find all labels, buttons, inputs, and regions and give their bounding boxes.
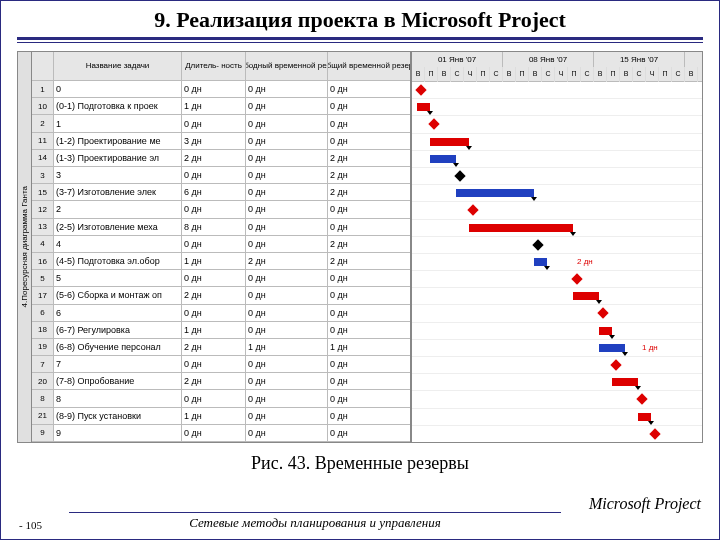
cell-duration[interactable]: 2 дн (182, 287, 246, 303)
table-row[interactable]: 11(1-2) Проектирование ме3 дн0 дн0 дн (32, 133, 410, 150)
cell-name[interactable]: 6 (54, 305, 182, 321)
gantt-chart[interactable]: 01 Янв '0708 Янв '0715 Янв '07 ВПВСЧПСВП… (412, 52, 702, 442)
table-row[interactable]: 18(6-7) Регулировка1 дн0 дн0 дн (32, 322, 410, 339)
cell-duration[interactable]: 0 дн (182, 356, 246, 372)
cell-duration[interactable]: 2 дн (182, 150, 246, 166)
table-row[interactable]: 21(8-9) Пуск установки1 дн0 дн0 дн (32, 408, 410, 425)
cell-total-slack[interactable]: 2 дн (328, 253, 410, 269)
table-row[interactable]: 330 дн0 дн2 дн (32, 167, 410, 184)
cell-free-slack[interactable]: 0 дн (246, 201, 328, 217)
cell-free-slack[interactable]: 0 дн (246, 133, 328, 149)
cell-duration[interactable]: 0 дн (182, 201, 246, 217)
cell-name[interactable]: (4-5) Подготовка эл.обор (54, 253, 182, 269)
cell-name[interactable]: 5 (54, 270, 182, 286)
cell-free-slack[interactable]: 0 дн (246, 167, 328, 183)
col-free-slack[interactable]: Свободный временной резерв (246, 52, 328, 80)
table-row[interactable]: 16(4-5) Подготовка эл.обор1 дн2 дн2 дн (32, 253, 410, 270)
cell-duration[interactable]: 0 дн (182, 270, 246, 286)
cell-duration[interactable]: 3 дн (182, 133, 246, 149)
cell-duration[interactable]: 0 дн (182, 236, 246, 252)
cell-free-slack[interactable]: 0 дн (246, 219, 328, 235)
table-row[interactable]: 20(7-8) Опробование2 дн0 дн0 дн (32, 373, 410, 390)
cell-free-slack[interactable]: 0 дн (246, 305, 328, 321)
col-duration[interactable]: Длитель- ность (182, 52, 246, 80)
cell-duration[interactable]: 6 дн (182, 184, 246, 200)
milestone-icon[interactable] (415, 84, 426, 95)
cell-total-slack[interactable]: 0 дн (328, 390, 410, 406)
milestone-icon[interactable] (649, 428, 660, 439)
cell-name[interactable]: 2 (54, 201, 182, 217)
cell-total-slack[interactable]: 0 дн (328, 115, 410, 131)
table-row[interactable]: 660 дн0 дн0 дн (32, 305, 410, 322)
cell-duration[interactable]: 0 дн (182, 425, 246, 441)
cell-duration[interactable]: 1 дн (182, 253, 246, 269)
gantt-bar[interactable] (573, 292, 599, 300)
cell-name[interactable]: (0-1) Подготовка к проек (54, 98, 182, 114)
table-row[interactable]: 880 дн0 дн0 дн (32, 390, 410, 407)
cell-free-slack[interactable]: 2 дн (246, 253, 328, 269)
cell-total-slack[interactable]: 2 дн (328, 184, 410, 200)
table-row[interactable]: 210 дн0 дн0 дн (32, 115, 410, 132)
table-row[interactable]: 100 дн0 дн0 дн (32, 81, 410, 98)
col-name[interactable]: Название задачи (54, 52, 182, 80)
cell-total-slack[interactable]: 2 дн (328, 236, 410, 252)
task-grid[interactable]: Название задачи Длитель- ность Свободный… (32, 52, 412, 442)
gantt-bar[interactable] (534, 258, 547, 266)
cell-total-slack[interactable]: 1 дн (328, 339, 410, 355)
cell-free-slack[interactable]: 0 дн (246, 270, 328, 286)
cell-free-slack[interactable]: 1 дн (246, 339, 328, 355)
gantt-bar[interactable] (599, 327, 612, 335)
cell-free-slack[interactable]: 0 дн (246, 322, 328, 338)
cell-duration[interactable]: 8 дн (182, 219, 246, 235)
cell-duration[interactable]: 1 дн (182, 408, 246, 424)
cell-total-slack[interactable]: 0 дн (328, 219, 410, 235)
table-row[interactable]: 1220 дн0 дн0 дн (32, 201, 410, 218)
gantt-bar[interactable] (612, 378, 638, 386)
cell-name[interactable]: (8-9) Пуск установки (54, 408, 182, 424)
table-row[interactable]: 14(1-3) Проектирование эл2 дн0 дн2 дн (32, 150, 410, 167)
cell-duration[interactable]: 0 дн (182, 390, 246, 406)
milestone-icon[interactable] (532, 239, 543, 250)
cell-name[interactable]: (5-6) Сборка и монтаж оп (54, 287, 182, 303)
cell-free-slack[interactable]: 0 дн (246, 184, 328, 200)
cell-free-slack[interactable]: 0 дн (246, 287, 328, 303)
gantt-bar[interactable] (417, 103, 430, 111)
gantt-bar[interactable] (430, 155, 456, 163)
cell-free-slack[interactable]: 0 дн (246, 115, 328, 131)
cell-free-slack[interactable]: 0 дн (246, 373, 328, 389)
cell-free-slack[interactable]: 0 дн (246, 408, 328, 424)
milestone-icon[interactable] (636, 394, 647, 405)
milestone-icon[interactable] (467, 205, 478, 216)
cell-total-slack[interactable]: 0 дн (328, 425, 410, 441)
cell-duration[interactable]: 0 дн (182, 81, 246, 97)
cell-total-slack[interactable]: 0 дн (328, 270, 410, 286)
table-row[interactable]: 10(0-1) Подготовка к проек1 дн0 дн0 дн (32, 98, 410, 115)
cell-duration[interactable]: 2 дн (182, 339, 246, 355)
view-tab-gantt[interactable]: 4.Поресурсная диаграмма Ганта (18, 52, 32, 442)
cell-total-slack[interactable]: 0 дн (328, 322, 410, 338)
cell-name[interactable]: 1 (54, 115, 182, 131)
cell-free-slack[interactable]: 0 дн (246, 98, 328, 114)
cell-name[interactable]: 7 (54, 356, 182, 372)
table-row[interactable]: 19(6-8) Обучение персонал2 дн1 дн1 дн (32, 339, 410, 356)
cell-total-slack[interactable]: 0 дн (328, 356, 410, 372)
cell-total-slack[interactable]: 2 дн (328, 150, 410, 166)
cell-name[interactable]: (1-2) Проектирование ме (54, 133, 182, 149)
cell-name[interactable]: 8 (54, 390, 182, 406)
milestone-icon[interactable] (597, 308, 608, 319)
cell-total-slack[interactable]: 0 дн (328, 81, 410, 97)
cell-total-slack[interactable]: 0 дн (328, 98, 410, 114)
table-row[interactable]: 15(3-7) Изготовление элек6 дн0 дн2 дн (32, 184, 410, 201)
cell-total-slack[interactable]: 0 дн (328, 305, 410, 321)
cell-name[interactable]: 3 (54, 167, 182, 183)
table-row[interactable]: 550 дн0 дн0 дн (32, 270, 410, 287)
cell-duration[interactable]: 2 дн (182, 373, 246, 389)
gantt-bar[interactable] (430, 138, 469, 146)
cell-total-slack[interactable]: 0 дн (328, 373, 410, 389)
cell-free-slack[interactable]: 0 дн (246, 81, 328, 97)
cell-duration[interactable]: 1 дн (182, 98, 246, 114)
cell-name[interactable]: (6-8) Обучение персонал (54, 339, 182, 355)
cell-total-slack[interactable]: 0 дн (328, 287, 410, 303)
cell-duration[interactable]: 0 дн (182, 305, 246, 321)
milestone-icon[interactable] (428, 119, 439, 130)
